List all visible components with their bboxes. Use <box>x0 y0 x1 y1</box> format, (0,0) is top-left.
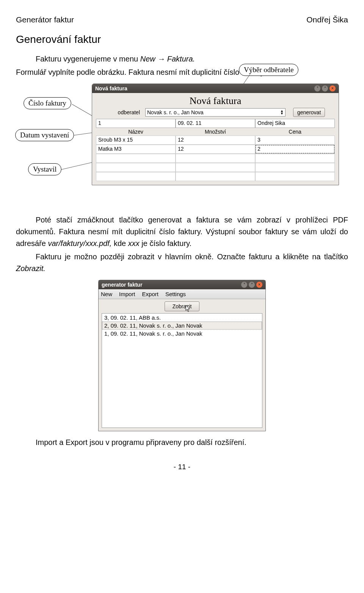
window-title: generator faktur <box>102 282 142 288</box>
menubar: New Import Export Settings <box>99 289 265 299</box>
generovat-button[interactable]: generovat <box>293 108 325 117</box>
spinner-icon[interactable]: ▲▼ <box>280 110 284 115</box>
empty-cell[interactable] <box>96 163 176 172</box>
window-controls: ˅ ˄ × <box>314 85 336 91</box>
empty-cell[interactable] <box>96 154 176 163</box>
close-icon[interactable]: × <box>256 282 262 288</box>
minimize-icon[interactable]: ˅ <box>241 282 247 288</box>
menu-new[interactable]: New <box>101 291 112 297</box>
item-name[interactable]: Sroub M3 x 15 <box>96 136 176 145</box>
window-controls: ˅ ˄ × <box>241 282 262 288</box>
paragraph-5: Import a Export jsou v programu připrave… <box>16 437 348 448</box>
list-item[interactable]: 3, 09. 02. 11, ABB a.s. <box>102 314 262 322</box>
header-left: Generátor faktur <box>16 15 74 24</box>
paragraph-4: Fakturu je možno později zobrazit v hlav… <box>16 251 348 274</box>
empty-cell[interactable] <box>96 172 176 181</box>
minimize-icon[interactable]: ˅ <box>314 85 320 91</box>
paragraph-3: Poté stačí zmáčknout tlačítko generovat … <box>16 214 348 249</box>
window-nova-faktura: Nová faktura ˅ ˄ × Nová faktura odberate… <box>92 84 339 185</box>
window-title: Nová faktura <box>95 85 127 91</box>
window-generator-faktur: generator faktur ˅ ˄ × New Import Export… <box>98 280 266 431</box>
cursor-icon <box>185 305 191 312</box>
p3c: je číslo faktury. <box>140 239 191 248</box>
zobrazit-button[interactable]: Zobrazit <box>165 301 200 311</box>
list-item[interactable]: 1, 09. 02. 11, Novak s. r. o., Jan Novak <box>102 330 262 338</box>
item-qty[interactable]: 12 <box>176 136 255 145</box>
paragraph-1: Fakturu vygenerujeme v menu New → Faktur… <box>16 53 348 65</box>
maximize-icon[interactable]: ˄ <box>322 85 328 91</box>
col-mnozstvi: Množství <box>176 128 255 136</box>
odberatel-label: odberatel <box>96 109 145 115</box>
empty-cell[interactable] <box>255 163 335 172</box>
invoice-list[interactable]: 3, 09. 02. 11, ABB a.s. 2, 09. 02. 11, N… <box>102 313 262 428</box>
list-item-selected[interactable]: 2, 09. 02. 11, Novak s. r. o., Jan Novak <box>102 322 262 330</box>
item-price[interactable]: 3 <box>255 136 335 145</box>
titlebar: generator faktur ˅ ˄ × <box>99 280 265 289</box>
odberatel-value: Novak s. r. o., Jan Nova <box>147 109 204 115</box>
p1a: Fakturu vygenerujeme v menu <box>36 55 140 63</box>
item-qty[interactable]: 12 <box>176 145 255 154</box>
cislo-faktury-input[interactable]: 1 <box>96 119 176 128</box>
callout-vystavil: Vystavil <box>28 163 61 175</box>
p4-zobrazit: Zobrazit. <box>16 264 46 273</box>
form-title: Nová faktura <box>92 93 339 107</box>
menu-export[interactable]: Export <box>142 291 158 297</box>
empty-cell[interactable] <box>255 172 335 181</box>
callout-vyber-odberatele: Výběr odběratele <box>239 64 298 76</box>
section-heading: Generování faktur <box>16 33 348 46</box>
col-cena: Cena <box>255 128 335 136</box>
empty-cell[interactable] <box>176 154 255 163</box>
p3-xxx: xxx <box>128 239 140 248</box>
p1-menu-path: New → Faktura. <box>140 55 195 63</box>
titlebar: Nová faktura ˅ ˄ × <box>92 84 339 93</box>
maximize-icon[interactable]: ˄ <box>249 282 255 288</box>
p3-path: var/faktury/xxx.pdf, <box>48 239 112 248</box>
item-price-editing[interactable]: 2 <box>255 145 335 154</box>
vystavil-input[interactable]: Ondrej Sika <box>255 119 335 128</box>
empty-cell[interactable] <box>176 172 255 181</box>
close-icon[interactable]: × <box>329 85 336 91</box>
page-number: - 11 - <box>16 463 348 471</box>
callout-datum-vystaveni: Datum vystavení <box>15 129 74 141</box>
item-name[interactable]: Matka M3 <box>96 145 176 154</box>
empty-cell[interactable] <box>176 163 255 172</box>
callout-cislo-faktury: Číslo faktury <box>24 97 71 109</box>
figure-1: Výběr odběratele Číslo faktury Datum vys… <box>16 80 348 213</box>
col-nazev: Název <box>96 128 176 136</box>
page-header: Generátor faktur Ondřej Šika <box>16 15 348 24</box>
menu-settings[interactable]: Settings <box>165 291 186 297</box>
p3b: kde <box>111 239 128 248</box>
p4a: Fakturu je možno později zobrazit v hlav… <box>36 252 348 261</box>
datum-input[interactable]: 09. 02. 11 <box>176 119 255 128</box>
menu-import[interactable]: Import <box>119 291 135 297</box>
odberatel-select[interactable]: Novak s. r. o., Jan Nova ▲▼ <box>145 108 286 117</box>
header-right: Ondřej Šika <box>306 15 348 24</box>
empty-cell[interactable] <box>255 154 335 163</box>
